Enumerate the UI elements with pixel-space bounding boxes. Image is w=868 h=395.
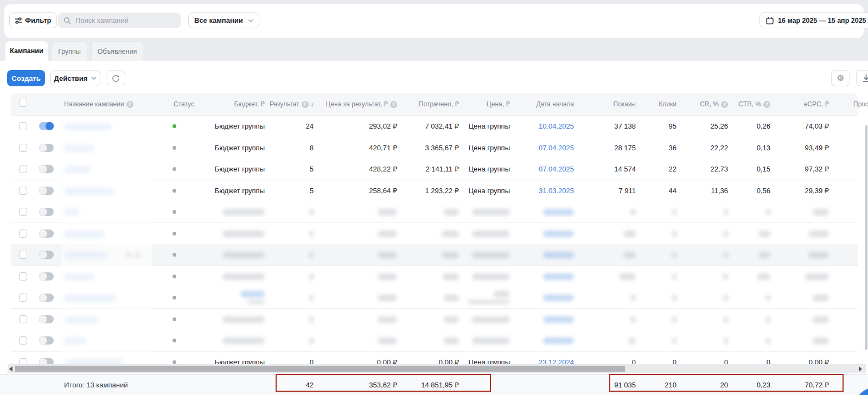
- filter-button[interactable]: Фильтр: [9, 12, 57, 28]
- campaign-toggle[interactable]: [39, 165, 54, 173]
- scroll-right-arrow[interactable]: [859, 366, 862, 372]
- search-icon: [63, 17, 71, 24]
- row-checkbox[interactable]: [19, 272, 27, 281]
- cell-date[interactable]: 07.04.2025: [520, 137, 574, 158]
- cell-clicks: [639, 330, 676, 351]
- actions-dropdown[interactable]: Действия: [50, 70, 100, 86]
- row-checkbox[interactable]: [19, 187, 27, 195]
- blurred-value: [543, 252, 574, 258]
- column-header-views-cut[interactable]: Прос: [853, 93, 868, 116]
- campaign-toggle[interactable]: [39, 230, 54, 238]
- cell-date[interactable]: 07.04.2025: [520, 158, 574, 180]
- column-header-views[interactable]: Показы: [587, 93, 636, 116]
- cell-clicks: [639, 244, 676, 265]
- row-checkbox[interactable]: [19, 122, 27, 130]
- refresh-button[interactable]: [106, 70, 125, 86]
- blurred-value: [672, 295, 676, 301]
- cell-budget: Бюджет группы: [194, 180, 265, 201]
- cell-date[interactable]: 10.04.2025: [520, 116, 574, 137]
- cell-ctr: [732, 201, 770, 222]
- cell-date[interactable]: 31.03.2025: [520, 180, 574, 201]
- blurred-value: [222, 337, 265, 344]
- blurred-value: [494, 291, 510, 297]
- column-header-cost-per-result[interactable]: Цена за результат, ₽?: [310, 93, 397, 116]
- blurred-value: [723, 273, 728, 280]
- search-input[interactable]: [58, 12, 181, 28]
- blurred-value: [724, 252, 728, 258]
- cell-date[interactable]: [520, 330, 574, 351]
- vertical-scrollbar[interactable]: [865, 125, 867, 350]
- campaign-toggle[interactable]: [39, 122, 54, 130]
- cell-clicks: 36: [639, 137, 676, 158]
- campaign-toggle[interactable]: [39, 144, 54, 152]
- blurred-value: [672, 252, 676, 258]
- horizontal-scrollbar-thumb[interactable]: [15, 366, 625, 372]
- cell-result: 5: [270, 158, 314, 180]
- row-checkbox[interactable]: [19, 315, 27, 323]
- column-header-ecpc[interactable]: eCPC, ₽: [780, 93, 829, 116]
- row-checkbox[interactable]: [19, 230, 27, 238]
- cell-ctr: [732, 287, 770, 308]
- cell-views: [587, 223, 636, 244]
- cell-budget: [194, 244, 265, 265]
- row-checkbox[interactable]: [19, 165, 27, 173]
- campaign-toggle[interactable]: [39, 251, 54, 259]
- download-button[interactable]: [856, 70, 868, 86]
- tab-groups[interactable]: Группы: [52, 41, 87, 61]
- blurred-value: [543, 209, 574, 215]
- row-checkbox[interactable]: [19, 294, 27, 302]
- cell-cost_per_result: [332, 309, 397, 330]
- column-header-status[interactable]: Статус: [174, 93, 194, 116]
- tab-campaigns[interactable]: Кампании: [5, 41, 48, 61]
- row-checkbox[interactable]: [19, 336, 27, 345]
- column-header-ctr[interactable]: CTR, %?: [727, 93, 770, 116]
- blurred-value: [222, 231, 265, 237]
- toggle-knob: [39, 165, 47, 173]
- row-checkbox[interactable]: [19, 251, 27, 259]
- scroll-left-arrow[interactable]: [9, 366, 12, 372]
- cell-date[interactable]: [520, 287, 574, 308]
- cell-date[interactable]: [520, 266, 574, 287]
- cell-ecpc: 74,03 ₽: [780, 116, 829, 137]
- cell-budget: Бюджет группы: [194, 158, 265, 180]
- cell-ecpc: [780, 309, 829, 330]
- blurred-value: [623, 231, 636, 237]
- column-header-result[interactable]: Результат?↓: [248, 93, 314, 116]
- cell-views: 37 138: [587, 116, 636, 137]
- blurred-value: [472, 273, 510, 280]
- cell-date[interactable]: [520, 201, 574, 222]
- row-checkbox[interactable]: [19, 144, 27, 152]
- cell-price: [445, 244, 510, 265]
- select-all-checkbox[interactable]: [19, 99, 27, 107]
- blurred-value: [672, 231, 676, 237]
- cell-date[interactable]: [520, 223, 574, 244]
- date-range-button[interactable]: 16 мар 2025 — 15 апр 2025: [760, 12, 868, 28]
- campaign-toggle[interactable]: [39, 187, 54, 195]
- settings-button[interactable]: ⚙: [831, 70, 850, 86]
- campaign-toggle[interactable]: [39, 336, 54, 345]
- row-checkbox[interactable]: [19, 208, 27, 216]
- column-header-spent[interactable]: Потрачено, ₽: [399, 93, 459, 116]
- cell-cost_per_result: 428,22 ₽: [332, 158, 397, 180]
- campaign-toggle[interactable]: [39, 315, 54, 323]
- cell-ecpc: [780, 287, 829, 308]
- campaign-toggle[interactable]: [39, 272, 54, 281]
- cell-cr: 25,26: [690, 116, 728, 137]
- toggle-knob: [46, 122, 54, 130]
- column-header-clicks[interactable]: Клики: [639, 93, 676, 116]
- create-button[interactable]: Создать: [7, 70, 45, 86]
- column-header-price[interactable]: Цена, ₽: [461, 93, 510, 116]
- column-header-name[interactable]: Название кампании?: [64, 93, 133, 116]
- blurred-value: [309, 231, 314, 237]
- cell-date[interactable]: [520, 309, 574, 330]
- column-header-cr[interactable]: CR, %?: [685, 93, 728, 116]
- campaign-toggle[interactable]: [39, 294, 54, 302]
- campaign-toggle[interactable]: [39, 208, 54, 216]
- tab-ads[interactable]: Объявления: [91, 41, 143, 61]
- campaign-scope-dropdown[interactable]: Все кампании: [188, 12, 259, 28]
- blurred-value: [766, 316, 770, 323]
- column-header-date[interactable]: Дата начала: [520, 93, 574, 116]
- cell-date[interactable]: [520, 244, 574, 265]
- highlight-box-left: [276, 374, 491, 392]
- cell-views: [587, 266, 636, 287]
